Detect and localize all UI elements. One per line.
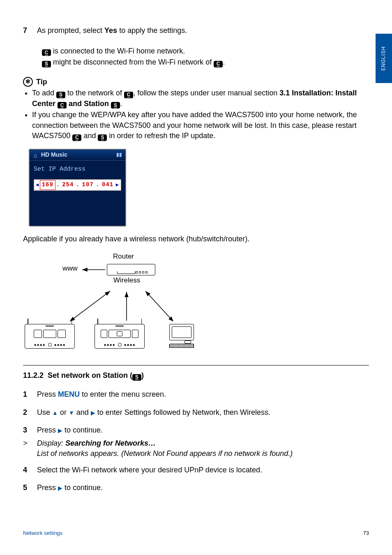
footer: Network settings 73 bbox=[23, 530, 369, 537]
text: To add bbox=[32, 89, 56, 97]
text: Display: bbox=[37, 439, 65, 447]
music-note-icon bbox=[33, 152, 39, 158]
text: Press bbox=[37, 426, 58, 434]
step-5: 5 Press ▶ to continue. bbox=[23, 483, 369, 493]
text: to the network of bbox=[65, 89, 124, 97]
badge-c-icon: C bbox=[124, 92, 133, 98]
badge-s-icon: S bbox=[42, 61, 51, 67]
ip-octet-3: 107 bbox=[81, 180, 95, 190]
text: , follow the steps under user manual sec… bbox=[133, 89, 279, 97]
section-heading: 11.2.2 Set network on Station (S) bbox=[23, 370, 369, 381]
step-text: Press ▶ to continue. bbox=[37, 483, 369, 493]
text: Use bbox=[37, 408, 52, 416]
device-a-icon: ◆◆◆◆◆◆◆◆ bbox=[25, 324, 75, 349]
ip-octet-2: 254 bbox=[60, 180, 75, 190]
text: in order to refresh the IP update. bbox=[107, 132, 215, 140]
result-block: > Display: Searching for Networks… List … bbox=[23, 438, 369, 459]
text: . bbox=[120, 99, 122, 108]
badge-c-icon: C bbox=[58, 102, 67, 109]
lcd-titlebar: HD Music ▮▮ bbox=[30, 150, 125, 161]
lcd-title: HD Music bbox=[41, 151, 67, 159]
text: Press bbox=[37, 483, 58, 492]
text: to continue. bbox=[62, 426, 103, 434]
text: to apply the settings. bbox=[117, 26, 187, 35]
ip-input-row: ◀ 169. 254. 107. 041 ▶ bbox=[34, 179, 121, 191]
pc-icon bbox=[169, 324, 195, 347]
badge-c-icon: C bbox=[72, 134, 81, 141]
right-arrow-icon: ▶ bbox=[58, 484, 62, 493]
step-number: 3 bbox=[23, 425, 37, 436]
left-arrow-icon: ◀ bbox=[36, 182, 39, 189]
text: and bbox=[81, 132, 98, 140]
tip-list: To add S to the network of C, follow the… bbox=[23, 88, 369, 141]
inset-line-1: C is connected to the Wi-Fi home network… bbox=[42, 46, 369, 57]
section-title-text: Set network on Station ( bbox=[48, 371, 132, 379]
step-text: Use ▲ or ▼ and ▶ to enter Settings follo… bbox=[37, 407, 369, 418]
step-number: 4 bbox=[23, 465, 37, 476]
ip-octet-4: 041 bbox=[100, 180, 115, 190]
result-text: Display: Searching for Networks… List of… bbox=[37, 438, 369, 459]
badge-s-icon: S bbox=[132, 374, 141, 381]
badge-s-icon: S bbox=[56, 92, 65, 98]
network-diagram: Router www Wireless bbox=[29, 250, 201, 357]
badge-s-icon: S bbox=[98, 134, 107, 141]
device-b-icon: ◆◆◆◆◆◆◆◆ bbox=[95, 324, 145, 349]
footer-section: Network settings bbox=[23, 530, 62, 537]
inset-line-2: S might be disconnected from the Wi-Fi n… bbox=[42, 57, 369, 68]
signal-icon: ▮▮ bbox=[116, 151, 122, 158]
badge-c-icon: C bbox=[42, 49, 51, 56]
svg-line-3 bbox=[145, 291, 173, 321]
divider bbox=[23, 365, 369, 365]
text: As prompted, select bbox=[37, 26, 104, 35]
badge-s-icon: S bbox=[111, 102, 120, 109]
step-number: 7 bbox=[23, 25, 37, 36]
page: 7 As prompted, select Yes to apply the s… bbox=[0, 0, 392, 493]
text: might be disconnected from the Wi-Fi net… bbox=[51, 58, 214, 66]
svg-line-2 bbox=[71, 291, 110, 321]
step-text: Select the Wi-Fi network where your desi… bbox=[37, 465, 369, 476]
right-arrow-icon: ▶ bbox=[116, 182, 119, 189]
section-number: 11.2.2 bbox=[23, 371, 44, 379]
inset-block: C is connected to the Wi-Fi home network… bbox=[42, 46, 369, 68]
step-4: 4 Select the Wi-Fi network where your de… bbox=[23, 465, 369, 476]
text: or bbox=[58, 408, 69, 416]
menu-keyword: MENU bbox=[58, 390, 80, 398]
text: to enter Settings followed by Network, t… bbox=[95, 408, 270, 416]
applicable-text: Applicable if you already have a wireles… bbox=[23, 234, 369, 245]
and-station: and Station bbox=[67, 99, 111, 108]
step-number: 2 bbox=[23, 407, 37, 418]
step-text: As prompted, select Yes to apply the set… bbox=[37, 25, 369, 36]
step-7: 7 As prompted, select Yes to apply the s… bbox=[23, 25, 369, 36]
step-3: 3 Press ▶ to continue. bbox=[23, 425, 369, 436]
language-tab: ENGLISH bbox=[376, 34, 392, 83]
step-1: 1 Press MENU to enter the menu screen. bbox=[23, 389, 369, 400]
tip-item-1: To add S to the network of C, follow the… bbox=[32, 88, 369, 109]
step-2: 2 Use ▲ or ▼ and ▶ to enter Settings fol… bbox=[23, 407, 369, 418]
text: is connected to the Wi-Fi home network. bbox=[51, 47, 185, 55]
text: . bbox=[223, 58, 225, 66]
ip-octet-1: 169 bbox=[40, 180, 55, 190]
text: to continue. bbox=[62, 483, 103, 492]
badge-c-icon: C bbox=[214, 61, 223, 67]
result-marker: > bbox=[23, 438, 37, 459]
up-arrow-icon: ▲ bbox=[52, 409, 58, 417]
page-number: 73 bbox=[363, 530, 369, 537]
text: List of networks appears. (Network Not F… bbox=[37, 449, 293, 458]
text: and bbox=[74, 408, 91, 416]
lcd-label: Set IP Address bbox=[34, 165, 121, 173]
down-arrow-icon: ▼ bbox=[69, 409, 74, 417]
step-text: Press ▶ to continue. bbox=[37, 425, 369, 436]
step-number: 5 bbox=[23, 483, 37, 493]
tip-label: Tip bbox=[36, 77, 47, 88]
right-arrow-icon: ▶ bbox=[58, 427, 62, 435]
tip-heading: ✻ Tip bbox=[23, 77, 369, 88]
tip-item-2: If you change the WEP/WPA key after you … bbox=[32, 110, 369, 141]
lcd-screenshot: HD Music ▮▮ Set IP Address ◀ 169. 254. 1… bbox=[29, 149, 126, 227]
step-text: Press MENU to enter the menu screen. bbox=[37, 389, 369, 400]
step-number: 1 bbox=[23, 389, 37, 400]
tip-icon: ✻ bbox=[23, 77, 33, 87]
text: to enter the menu screen. bbox=[80, 390, 166, 398]
display-bold: Searching for Networks… bbox=[65, 439, 156, 447]
yes-label: Yes bbox=[104, 26, 117, 35]
right-arrow-icon: ▶ bbox=[91, 409, 95, 417]
